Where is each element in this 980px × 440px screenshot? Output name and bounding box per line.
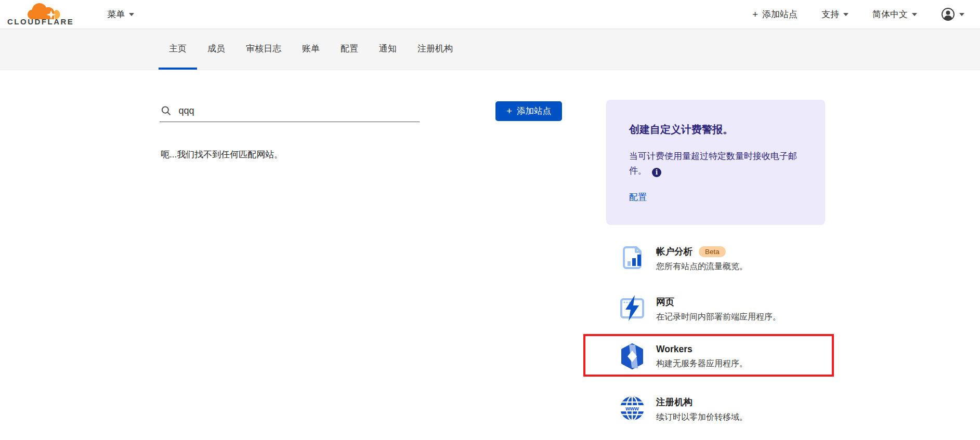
tab-home[interactable]: 主页 [159,29,197,70]
support-label: 支持 [821,8,839,20]
header-right-group: + 添加站点 支持 简体中文 [752,7,964,21]
product-description: 续订时以零加价转移域。 [656,412,748,423]
billing-card-title: 创建自定义计费警报。 [629,123,802,137]
site-search-input[interactable] [178,105,419,116]
site-search [160,102,420,122]
product-description: 在记录时间内部署前端应用程序。 [656,312,781,323]
workers-highlight-box [583,334,834,377]
header-add-site-button[interactable]: + 添加站点 [752,8,798,20]
add-site-button-label: 添加站点 [517,105,551,117]
chevron-down-icon [959,13,964,16]
billing-card-body: 当可计费使用量超过特定数量时接收电子邮件。i [629,149,802,178]
product-pages[interactable]: 网页 在记录时间内部署前端应用程序。 [619,295,781,323]
product-workers[interactable]: Workers 构建无服务器应用程序。 [619,343,748,370]
info-icon[interactable]: i [652,168,661,177]
account-dropdown[interactable] [941,7,964,21]
cloudflare-dashboard: CLOUDFLARE 菜单 + 添加站点 支持 简体中文 [0,0,980,440]
chevron-down-icon [129,13,134,16]
cloudflare-logo[interactable]: CLOUDFLARE [7,3,74,25]
billing-alert-card: 创建自定义计费警报。 当可计费使用量超过特定数量时接收电子邮件。i 配置 [606,100,825,225]
add-site-button[interactable]: + 添加站点 [495,101,562,121]
product-title: 网页 [656,296,674,308]
svg-text:www: www [625,405,639,411]
analytics-icon [619,244,646,271]
product-account-analytics[interactable]: 帐户分析 Beta 您所有站点的流量概览。 [619,244,748,272]
menu-dropdown[interactable]: 菜单 [107,8,134,20]
language-dropdown[interactable]: 简体中文 [872,8,917,20]
menu-label: 菜单 [107,8,125,20]
tab-registrar[interactable]: 注册机构 [407,29,463,70]
tab-members[interactable]: 成员 [197,29,236,70]
tab-configuration[interactable]: 配置 [330,29,369,70]
support-dropdown[interactable]: 支持 [821,8,848,20]
tab-billing[interactable]: 账单 [292,29,330,70]
product-description: 您所有站点的流量概览。 [656,261,748,272]
beta-badge: Beta [699,246,726,257]
header-add-site-label: 添加站点 [762,8,798,20]
registrar-icon: www [619,395,646,422]
plus-icon: + [506,105,512,117]
tab-audit-log[interactable]: 审核日志 [236,29,292,70]
top-header: CLOUDFLARE 菜单 + 添加站点 支持 简体中文 [0,0,980,29]
search-icon [161,105,171,116]
pages-icon [619,295,646,322]
billing-configure-link[interactable]: 配置 [629,191,647,203]
tab-notifications[interactable]: 通知 [369,29,407,70]
plus-icon: + [752,9,758,20]
logo-wordmark: CLOUDFLARE [7,18,74,25]
product-title: 注册机构 [656,396,692,408]
account-tabbar: 主页 成员 审核日志 账单 配置 通知 注册机构 [0,29,980,70]
chevron-down-icon [843,13,848,16]
product-registrar[interactable]: www 注册机构 续订时以零加价转移域。 [619,395,748,423]
user-avatar-icon [941,7,955,21]
product-title: 帐户分析 [656,245,692,258]
no-match-message: 呃...我们找不到任何匹配网站。 [161,149,283,161]
chevron-down-icon [912,13,917,16]
language-label: 简体中文 [872,8,908,20]
site-search-box[interactable] [160,102,420,122]
